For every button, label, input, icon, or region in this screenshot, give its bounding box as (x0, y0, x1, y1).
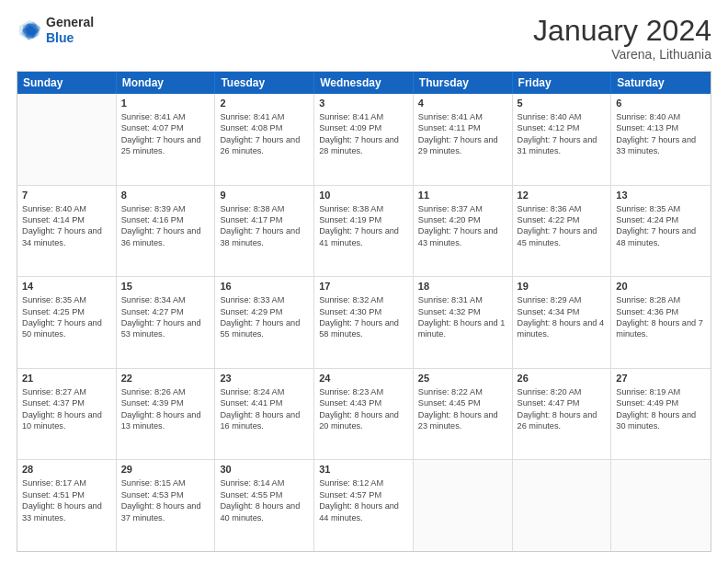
day-number: 28 (22, 463, 111, 477)
cal-cell-w2d6: 20Sunrise: 8:28 AMSunset: 4:36 PMDayligh… (611, 277, 711, 368)
day-number: 26 (518, 372, 607, 385)
day-number: 2 (220, 97, 309, 110)
day-info: Sunrise: 8:15 AMSunset: 4:53 PMDaylight:… (121, 477, 210, 523)
cal-cell-w2d4: 18Sunrise: 8:31 AMSunset: 4:32 PMDayligh… (414, 277, 513, 368)
cal-cell-w1d6: 13Sunrise: 8:35 AMSunset: 4:24 PMDayligh… (611, 186, 711, 277)
cal-cell-w0d0 (17, 94, 117, 185)
day-number: 16 (220, 280, 309, 293)
cal-cell-w2d1: 15Sunrise: 8:34 AMSunset: 4:27 PMDayligh… (117, 277, 216, 368)
location: Varena, Lithuania (533, 47, 711, 62)
cal-cell-w2d2: 16Sunrise: 8:33 AMSunset: 4:29 PMDayligh… (215, 277, 314, 368)
header-sunday: Sunday (17, 72, 117, 94)
cal-cell-w1d1: 8Sunrise: 8:39 AMSunset: 4:16 PMDaylight… (117, 186, 216, 277)
month-title: January 2024 (533, 15, 711, 47)
cal-cell-w1d5: 12Sunrise: 8:36 AMSunset: 4:22 PMDayligh… (513, 186, 612, 277)
day-info: Sunrise: 8:22 AMSunset: 4:45 PMDaylight:… (418, 386, 507, 432)
cal-cell-w3d5: 26Sunrise: 8:20 AMSunset: 4:47 PMDayligh… (513, 369, 612, 460)
header-thursday: Thursday (414, 72, 513, 94)
cal-cell-w3d0: 21Sunrise: 8:27 AMSunset: 4:37 PMDayligh… (17, 369, 117, 460)
cal-cell-w0d6: 6Sunrise: 8:40 AMSunset: 4:13 PMDaylight… (611, 94, 711, 185)
day-info: Sunrise: 8:26 AMSunset: 4:39 PMDaylight:… (121, 386, 210, 432)
cal-cell-w3d3: 24Sunrise: 8:23 AMSunset: 4:43 PMDayligh… (314, 369, 414, 460)
day-info: Sunrise: 8:24 AMSunset: 4:41 PMDaylight:… (220, 386, 309, 432)
day-number: 29 (121, 463, 210, 477)
day-info: Sunrise: 8:19 AMSunset: 4:49 PMDaylight:… (616, 386, 706, 432)
header-wednesday: Wednesday (314, 72, 414, 94)
day-number: 17 (319, 280, 408, 293)
cal-cell-w3d6: 27Sunrise: 8:19 AMSunset: 4:49 PMDayligh… (611, 369, 711, 460)
day-info: Sunrise: 8:38 AMSunset: 4:17 PMDaylight:… (220, 203, 309, 249)
calendar-row-2: 7Sunrise: 8:40 AMSunset: 4:14 PMDaylight… (17, 186, 711, 278)
page: General Blue January 2024 Varena, Lithua… (0, 0, 728, 563)
day-number: 19 (518, 280, 607, 293)
day-info: Sunrise: 8:38 AMSunset: 4:19 PMDaylight:… (319, 203, 408, 249)
day-number: 7 (22, 189, 111, 202)
day-info: Sunrise: 8:23 AMSunset: 4:43 PMDaylight:… (319, 386, 408, 432)
cal-cell-w1d4: 11Sunrise: 8:37 AMSunset: 4:20 PMDayligh… (414, 186, 513, 277)
day-number: 10 (319, 189, 408, 202)
day-number: 15 (121, 280, 210, 293)
day-number: 30 (220, 463, 309, 477)
day-info: Sunrise: 8:41 AMSunset: 4:07 PMDaylight:… (121, 111, 210, 157)
day-number: 20 (616, 280, 706, 293)
cal-cell-w1d0: 7Sunrise: 8:40 AMSunset: 4:14 PMDaylight… (17, 186, 117, 277)
day-number: 1 (121, 97, 210, 110)
day-number: 22 (121, 372, 210, 385)
day-number: 13 (616, 189, 706, 202)
day-number: 23 (220, 372, 309, 385)
header-friday: Friday (513, 72, 612, 94)
day-info: Sunrise: 8:27 AMSunset: 4:37 PMDaylight:… (22, 386, 111, 432)
day-number: 21 (22, 372, 111, 385)
cal-cell-w1d2: 9Sunrise: 8:38 AMSunset: 4:17 PMDaylight… (215, 186, 314, 277)
cal-cell-w0d2: 2Sunrise: 8:41 AMSunset: 4:08 PMDaylight… (215, 94, 314, 185)
cal-cell-w0d3: 3Sunrise: 8:41 AMSunset: 4:09 PMDaylight… (314, 94, 414, 185)
day-info: Sunrise: 8:36 AMSunset: 4:22 PMDaylight:… (518, 203, 607, 249)
cal-cell-w4d0: 28Sunrise: 8:17 AMSunset: 4:51 PMDayligh… (17, 460, 117, 551)
logo-blue: Blue (46, 30, 94, 46)
day-info: Sunrise: 8:33 AMSunset: 4:29 PMDaylight:… (220, 294, 309, 340)
calendar-row-4: 21Sunrise: 8:27 AMSunset: 4:37 PMDayligh… (17, 369, 711, 461)
calendar: Sunday Monday Tuesday Wednesday Thursday… (17, 71, 711, 552)
day-info: Sunrise: 8:37 AMSunset: 4:20 PMDaylight:… (418, 203, 507, 249)
day-info: Sunrise: 8:35 AMSunset: 4:24 PMDaylight:… (616, 203, 706, 249)
calendar-header: Sunday Monday Tuesday Wednesday Thursday… (17, 72, 711, 94)
cal-cell-w2d5: 19Sunrise: 8:29 AMSunset: 4:34 PMDayligh… (513, 277, 612, 368)
day-info: Sunrise: 8:31 AMSunset: 4:32 PMDaylight:… (418, 294, 507, 340)
day-info: Sunrise: 8:34 AMSunset: 4:27 PMDaylight:… (121, 294, 210, 340)
day-number: 25 (418, 372, 507, 385)
cal-cell-w4d4 (414, 460, 513, 551)
day-number: 31 (319, 463, 408, 477)
day-number: 27 (616, 372, 706, 385)
cal-cell-w0d4: 4Sunrise: 8:41 AMSunset: 4:11 PMDaylight… (414, 94, 513, 185)
header-saturday: Saturday (611, 72, 711, 94)
calendar-row-1: 1Sunrise: 8:41 AMSunset: 4:07 PMDaylight… (17, 94, 711, 186)
cal-cell-w1d3: 10Sunrise: 8:38 AMSunset: 4:19 PMDayligh… (314, 186, 414, 277)
day-info: Sunrise: 8:41 AMSunset: 4:09 PMDaylight:… (319, 111, 408, 157)
cal-cell-w3d2: 23Sunrise: 8:24 AMSunset: 4:41 PMDayligh… (215, 369, 314, 460)
logo: General Blue (17, 15, 94, 46)
calendar-row-3: 14Sunrise: 8:35 AMSunset: 4:25 PMDayligh… (17, 277, 711, 369)
cal-cell-w3d4: 25Sunrise: 8:22 AMSunset: 4:45 PMDayligh… (414, 369, 513, 460)
day-number: 12 (518, 189, 607, 202)
calendar-body: 1Sunrise: 8:41 AMSunset: 4:07 PMDaylight… (17, 94, 711, 551)
day-number: 14 (22, 280, 111, 293)
day-info: Sunrise: 8:39 AMSunset: 4:16 PMDaylight:… (121, 203, 210, 249)
day-info: Sunrise: 8:40 AMSunset: 4:12 PMDaylight:… (518, 111, 607, 157)
cal-cell-w4d2: 30Sunrise: 8:14 AMSunset: 4:55 PMDayligh… (215, 460, 314, 551)
cal-cell-w2d0: 14Sunrise: 8:35 AMSunset: 4:25 PMDayligh… (17, 277, 117, 368)
day-info: Sunrise: 8:17 AMSunset: 4:51 PMDaylight:… (22, 477, 111, 523)
day-number: 3 (319, 97, 408, 110)
header-monday: Monday (117, 72, 216, 94)
day-info: Sunrise: 8:41 AMSunset: 4:11 PMDaylight:… (418, 111, 507, 157)
day-info: Sunrise: 8:35 AMSunset: 4:25 PMDaylight:… (22, 294, 111, 340)
calendar-row-5: 28Sunrise: 8:17 AMSunset: 4:51 PMDayligh… (17, 460, 711, 551)
day-info: Sunrise: 8:29 AMSunset: 4:34 PMDaylight:… (518, 294, 607, 340)
day-number: 9 (220, 189, 309, 202)
cal-cell-w0d1: 1Sunrise: 8:41 AMSunset: 4:07 PMDaylight… (117, 94, 216, 185)
cal-cell-w0d5: 5Sunrise: 8:40 AMSunset: 4:12 PMDaylight… (513, 94, 612, 185)
cal-cell-w4d3: 31Sunrise: 8:12 AMSunset: 4:57 PMDayligh… (314, 460, 414, 551)
day-number: 24 (319, 372, 408, 385)
day-info: Sunrise: 8:12 AMSunset: 4:57 PMDaylight:… (319, 477, 408, 523)
day-info: Sunrise: 8:14 AMSunset: 4:55 PMDaylight:… (220, 477, 309, 523)
day-number: 18 (418, 280, 507, 293)
